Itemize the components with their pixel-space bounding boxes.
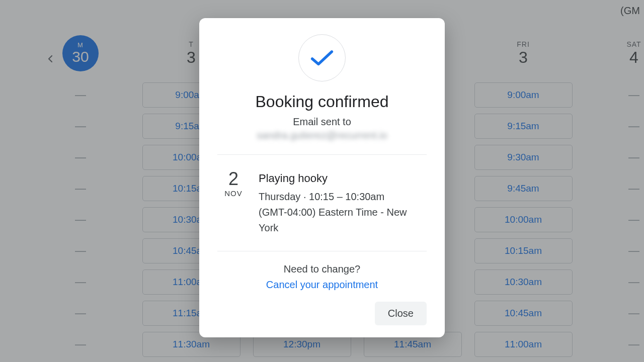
dialog-heading: Booking confirmed: [217, 93, 427, 111]
event-timezone: (GMT-04:00) Eastern Time - New York: [259, 205, 427, 236]
close-button[interactable]: Close: [375, 302, 427, 325]
event-title: Playing hooky: [259, 170, 427, 187]
appointment-text: Playing hooky Thursday · 10:15 – 10:30am…: [259, 170, 427, 236]
booking-confirmed-dialog: Booking confirmed Email sent to sandra.g…: [199, 18, 445, 337]
email-sent-label: Email sent to: [217, 116, 427, 128]
dialog-actions: Close: [217, 302, 427, 325]
success-check-icon: [298, 34, 346, 81]
change-prompt: Need to change?: [217, 263, 427, 275]
event-daytime: Thursday · 10:15 – 10:30am: [259, 189, 427, 205]
cancel-appointment-link[interactable]: Cancel your appointment: [217, 279, 427, 291]
appointment-details: 2 NOV Playing hooky Thursday · 10:15 – 1…: [217, 155, 427, 251]
date-month: NOV: [221, 189, 246, 198]
change-section: Need to change? Cancel your appointment: [217, 251, 427, 296]
date-badge: 2 NOV: [221, 170, 246, 236]
date-day-number: 2: [221, 170, 246, 188]
recipient-email-blurred: sandra.gutierez@recurrent.io: [217, 130, 427, 141]
